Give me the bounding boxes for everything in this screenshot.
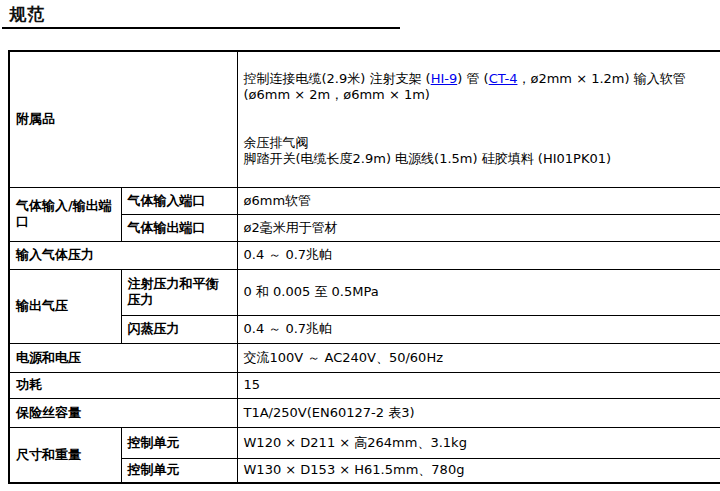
cell-power-consumption-label: 功耗 [9,372,237,398]
accessories-text-1: 控制连接电缆(2.9米) 注射支架 ( [244,71,431,86]
cell-gas-output-port-label: 气体输出端口 [121,214,237,241]
cell-fuse-label: 保险丝容量 [9,398,237,427]
row-control-unit-1: 尺寸和重量 控制单元 W120 × D211 × 高264mm、3.1kg [9,427,720,458]
cell-input-gas-pressure-label: 输入气体压力 [9,241,237,269]
cell-accessories-value: 控制连接电缆(2.9米) 注射支架 (HI-9) 管 (CT-4，ø2mm × … [237,51,720,187]
cell-gas-output-port-value: ø2毫米用于管材 [237,214,720,241]
cell-injection-pressure-label: 注射压力和平衡压力 [121,269,237,315]
cell-injection-pressure-value: 0 和 0.005 至 0.5MPa [237,269,720,315]
link-hi9[interactable]: HI-9 [431,71,458,86]
row-injection-pressure: 输出气压 注射压力和平衡压力 0 和 0.005 至 0.5MPa [9,269,720,315]
row-fuse: 保险丝容量 T1A/250V(EN60127-2 表3) [9,398,720,427]
accessories-text-6: 脚踏开关(电缆长度2.9m) 电源线(1.5m) 硅胶填料 (HI01PK01) [244,151,612,166]
cell-flash-pressure-label: 闪蒸压力 [121,315,237,343]
row-accessories: 附属品 控制连接电缆(2.9米) 注射支架 (HI-9) 管 (CT-4，ø2m… [9,51,720,187]
accessories-text-5: 余压排气阀 [244,135,309,150]
title-underline [2,27,400,29]
cell-gas-input-port-label: 气体输入端口 [121,187,237,214]
page-title: 规范 [9,3,45,26]
cell-gas-io-label: 气体输入/输出端口 [9,187,121,241]
spec-table: 附属品 控制连接电缆(2.9米) 注射支架 (HI-9) 管 (CT-4，ø2m… [8,50,720,484]
accessories-text-3: ，ø2mm × 1.2m) 输入软管 [517,71,685,86]
cell-power-label: 电源和电压 [9,343,237,372]
cell-control-unit-2-label: 控制单元 [121,458,237,483]
cell-power-value: 交流100V ～ AC240V、50/60Hz [237,343,720,372]
row-input-gas-pressure: 输入气体压力 0.4 ～ 0.7兆帕 [9,241,720,269]
cell-input-gas-pressure-value: 0.4 ～ 0.7兆帕 [237,241,720,269]
link-ct4[interactable]: CT-4 [489,71,518,86]
accessories-text-2: ) 管 ( [457,71,488,86]
cell-accessories-label: 附属品 [9,51,237,187]
cell-dimensions-label: 尺寸和重量 [9,427,121,483]
row-power: 电源和电压 交流100V ～ AC240V、50/60Hz [9,343,720,372]
row-gas-input-port: 气体输入/输出端口 气体输入端口 ø6mm软管 [9,187,720,214]
cell-flash-pressure-value: 0.4 ～ 0.7兆帕 [237,315,720,343]
cell-control-unit-1-value: W120 × D211 × 高264mm、3.1kg [237,427,720,458]
cell-power-consumption-value: 15 [237,372,720,398]
cell-fuse-value: T1A/250V(EN60127-2 表3) [237,398,720,427]
cell-output-gas-pressure-label: 输出气压 [9,269,121,343]
cell-control-unit-1-label: 控制单元 [121,427,237,458]
cell-gas-input-port-value: ø6mm软管 [237,187,720,214]
row-power-consumption: 功耗 15 [9,372,720,398]
cell-control-unit-2-value: W130 × D153 × H61.5mm、780g [237,458,720,483]
accessories-text-4: (ø6mm × 2m，ø6mm × 1m) [244,87,430,102]
